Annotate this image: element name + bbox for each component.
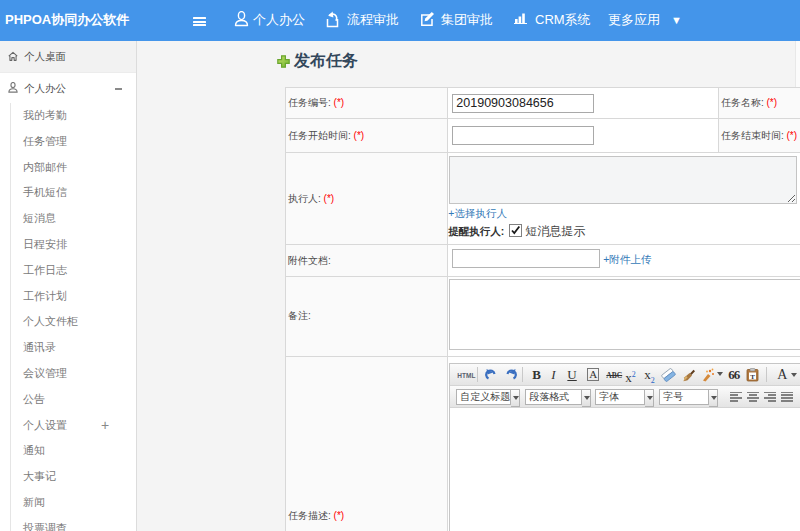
svg-text:T: T — [751, 372, 756, 380]
